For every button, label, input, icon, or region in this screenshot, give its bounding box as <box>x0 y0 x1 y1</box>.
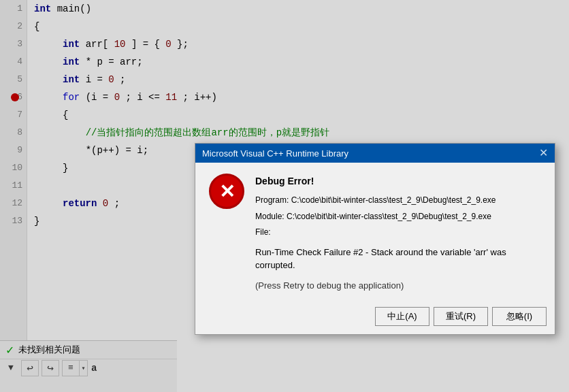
dialog-body: ✕ Debug Error! Program: C:\code\bit\bit-… <box>195 163 555 301</box>
dialog-content: Debug Error! Program: C:\code\bit\bit-wi… <box>255 174 541 293</box>
code-editor: 1 2 3 4 5 6 7 8 9 10 11 12 13 int main()… <box>0 0 569 392</box>
retry-button[interactable]: 重试(R) <box>434 307 488 326</box>
error-icon: ✕ <box>209 174 244 209</box>
dialog-error-title: Debug Error! <box>255 174 541 189</box>
dialog-hint: (Press Retry to debug the application) <box>255 279 541 293</box>
dialog-overlay: Microsoft Visual C++ Runtime Library ✕ ✕… <box>0 0 569 392</box>
ignore-button[interactable]: 忽略(I) <box>492 307 547 326</box>
dialog-close-button[interactable]: ✕ <box>539 148 548 159</box>
dialog-title: Microsoft Visual C++ Runtime Library <box>202 148 348 159</box>
abort-button[interactable]: 中止(A) <box>375 307 429 326</box>
dialog-message: Run-Time Check Failure #2 - Stack around… <box>255 246 541 272</box>
dialog-program: Program: C:\code\bit\bit-winter-class\te… <box>255 194 541 207</box>
dialog-file: File: <box>255 226 541 239</box>
error-circle: ✕ <box>209 174 244 209</box>
dialog-buttons: 中止(A) 重试(R) 忽略(I) <box>195 301 555 334</box>
dialog-titlebar: Microsoft Visual C++ Runtime Library ✕ <box>195 144 555 163</box>
runtime-error-dialog: Microsoft Visual C++ Runtime Library ✕ ✕… <box>195 143 555 335</box>
dialog-module: Module: C:\code\bit\bit-winter-class\tes… <box>255 210 541 223</box>
